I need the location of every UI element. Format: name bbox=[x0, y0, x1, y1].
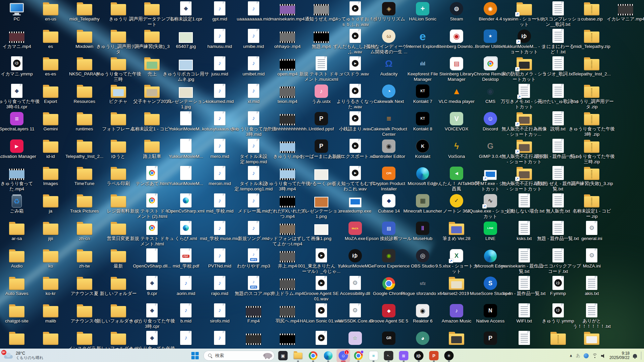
video-file-icon bbox=[280, 86, 295, 98]
app-icon: V bbox=[450, 112, 463, 125]
desktop-icon[interactable]: akis.txt bbox=[568, 275, 615, 296]
taskbar-start[interactable] bbox=[189, 349, 202, 362]
video-file-icon bbox=[246, 306, 261, 317]
icon-label: Telepathy_Inst_2... bbox=[568, 71, 615, 77]
taskbar-search[interactable]: 検索 bbox=[204, 351, 275, 361]
zip-zipper-icon bbox=[591, 33, 592, 42]
folder-icon: ↗ bbox=[517, 169, 532, 180]
document-icon bbox=[180, 139, 192, 153]
app-icon: ⊚ bbox=[450, 2, 463, 15]
desktop-icon[interactable]: きゅうり_調声用データ.zip bbox=[568, 83, 615, 110]
app-icon: ◉ bbox=[484, 84, 497, 98]
notification-badge: 1 bbox=[344, 350, 349, 355]
video-file-icon bbox=[280, 196, 295, 207]
icon-label: きゅうり_調声用データ.zip bbox=[568, 99, 615, 110]
midi-file-icon: ♪ bbox=[180, 331, 192, 345]
wav-file-icon: ▶ bbox=[350, 84, 361, 98]
taskbar-clock[interactable]: 9:18 2025/09/22 bbox=[609, 351, 630, 360]
tray-ime-icon[interactable]: あ bbox=[576, 353, 580, 359]
folder-icon bbox=[77, 279, 92, 290]
folder-icon bbox=[584, 196, 599, 207]
clock-date: 2025/09/22 bbox=[609, 356, 630, 360]
video-file-icon bbox=[280, 251, 295, 262]
shortcut-arrow-icon: ↗ bbox=[515, 149, 520, 154]
taskbar-task-view[interactable]: ▣ bbox=[276, 349, 290, 362]
desktop-icon[interactable]: 調声練習(失敗)_3.zip bbox=[568, 165, 615, 186]
taskbar-chatgpt[interactable]: ✳ bbox=[442, 349, 456, 362]
app-icon: KT bbox=[416, 84, 429, 98]
weather-news-badge: 9+ bbox=[1, 350, 6, 355]
taskbar-weather-widget[interactable]: 9+ 28°C くもりのち晴れ bbox=[3, 349, 43, 362]
app-icon: ◕ bbox=[416, 331, 429, 345]
icon-label: きゅうり食ってた午後三時.zip bbox=[568, 154, 615, 165]
shortcut-arrow-icon: ↗ bbox=[482, 204, 487, 208]
folder-icon bbox=[43, 279, 58, 290]
desktop-icon[interactable]: きゅうり食ってた午後3時 .zip bbox=[568, 111, 615, 137]
exe-window-icon: ↗ bbox=[484, 170, 497, 180]
html-file-icon bbox=[146, 193, 158, 207]
app-icon: ◉ bbox=[382, 249, 395, 262]
midi-file-icon: ♪ bbox=[180, 303, 192, 317]
midi-file-icon: ♪ bbox=[214, 29, 225, 43]
taskbar-stack-app[interactable]: ≋ bbox=[397, 349, 411, 362]
app-icon: G bbox=[484, 139, 497, 153]
text-file-icon bbox=[519, 276, 530, 290]
notification-bell-icon[interactable] bbox=[633, 354, 637, 358]
desktop-icon[interactable]: ⚙general.ini bbox=[568, 220, 615, 241]
midi-file-icon: ♪ bbox=[180, 276, 192, 290]
taskbar-terminal[interactable]: >_ bbox=[382, 349, 395, 362]
folder-icon bbox=[144, 59, 160, 70]
chrome-icon bbox=[149, 197, 155, 203]
taskbar-center-apps: 検索▣☺1≡>_≋ゆP✳ bbox=[189, 349, 456, 362]
app-icon: ◈ bbox=[382, 2, 395, 15]
folder-icon bbox=[43, 114, 58, 125]
taskbar-file-explorer[interactable] bbox=[291, 349, 305, 362]
taskbar-chrome[interactable] bbox=[307, 349, 320, 362]
desktop-icon[interactable]: Telepathy_Inst_2... bbox=[568, 56, 615, 77]
desktop-icon[interactable]: イカレマニア.mp4 bbox=[602, 1, 644, 22]
midi-file-icon: ♪ bbox=[214, 1, 225, 15]
taskbar-chrome-profile[interactable] bbox=[352, 349, 365, 362]
tray-app-icon[interactable] bbox=[584, 353, 589, 358]
folder-icon bbox=[111, 306, 126, 317]
shortcut-arrow-icon: ↗ bbox=[515, 177, 520, 181]
desktop-icon[interactable]: 名称未設定1 - コピー.zip bbox=[568, 193, 615, 219]
tray-chevron-up-icon[interactable]: ∧ bbox=[570, 354, 573, 358]
icon-label: ありがとう！！！！！！.txt bbox=[568, 318, 615, 329]
folder-icon bbox=[9, 251, 24, 262]
show-desktop-button[interactable] bbox=[641, 352, 641, 360]
weather-cloud-icon: 9+ bbox=[3, 353, 13, 359]
volume-icon[interactable] bbox=[601, 354, 606, 358]
taskbar-notepad[interactable]: ≡ bbox=[367, 349, 380, 362]
video-file-icon bbox=[280, 59, 295, 70]
taskbar-discord[interactable]: ☺1 bbox=[337, 349, 350, 362]
text-file-icon bbox=[552, 29, 564, 43]
weather-description: くもりのち晴れ bbox=[16, 356, 43, 360]
folder-icon bbox=[584, 114, 599, 125]
text-file-icon bbox=[519, 248, 530, 262]
icon-label: midi_Telepathy.zip bbox=[568, 44, 615, 49]
desktop-icon[interactable]: きゅうり食ってた午後三時.zip bbox=[568, 138, 615, 165]
midi-file-icon: ♪ bbox=[214, 248, 225, 262]
folder-icon bbox=[9, 279, 24, 290]
html-file-icon bbox=[146, 166, 158, 180]
play-icon: ▶ bbox=[318, 335, 325, 341]
midi-file-icon: ♪ bbox=[214, 221, 225, 235]
wav-file-icon: ▶ bbox=[316, 276, 327, 290]
folder-icon bbox=[144, 4, 160, 15]
taskbar-edge[interactable] bbox=[322, 349, 335, 362]
clock-time: 9:18 bbox=[622, 351, 630, 356]
desktop-icon[interactable]: ありがとう！！！！！！.txt bbox=[568, 303, 615, 329]
desktop-icon[interactable]: midi_Telepathy.zip bbox=[568, 28, 615, 49]
running-indicator bbox=[358, 361, 360, 362]
shortcut-arrow-icon: ↗ bbox=[515, 122, 520, 126]
taskbar-powerpoint[interactable]: P bbox=[427, 349, 441, 362]
app-icon: + bbox=[416, 2, 429, 15]
wifi-icon[interactable] bbox=[592, 354, 598, 358]
app-icon: ゆ bbox=[348, 249, 362, 262]
desktop-icon[interactable]: ⚙MoZA.ini bbox=[568, 248, 615, 269]
desktop-icon[interactable] bbox=[568, 330, 615, 346]
edge-icon bbox=[183, 197, 189, 203]
taskbar-yukkuri-movie-maker[interactable]: ゆ bbox=[412, 349, 426, 362]
folder-icon bbox=[43, 32, 58, 43]
